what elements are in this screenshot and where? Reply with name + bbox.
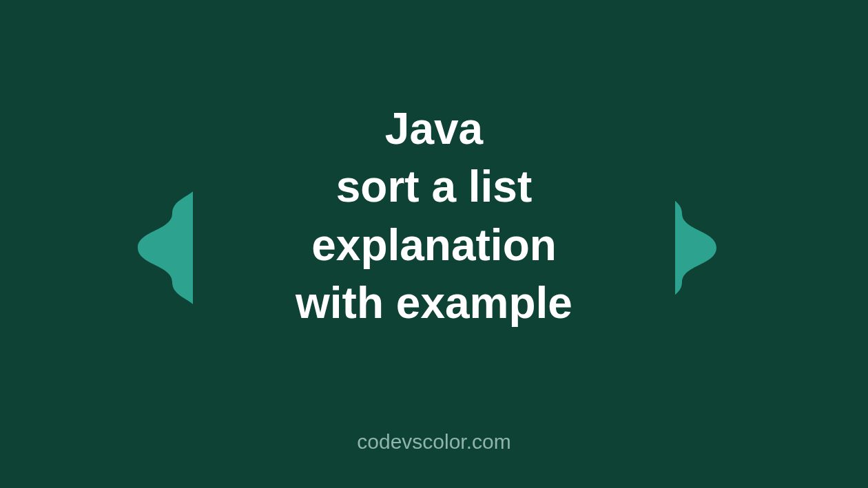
attribution-text: codevscolor.com — [0, 430, 868, 454]
banner-canvas: Java sort a list explanation with exampl… — [0, 0, 868, 488]
title-line-3: explanation — [0, 216, 868, 274]
title-line-4: with example — [0, 274, 868, 332]
main-title: Java sort a list explanation with exampl… — [0, 100, 868, 332]
title-line-2: sort a list — [0, 158, 868, 215]
title-line-1: Java — [0, 100, 868, 158]
